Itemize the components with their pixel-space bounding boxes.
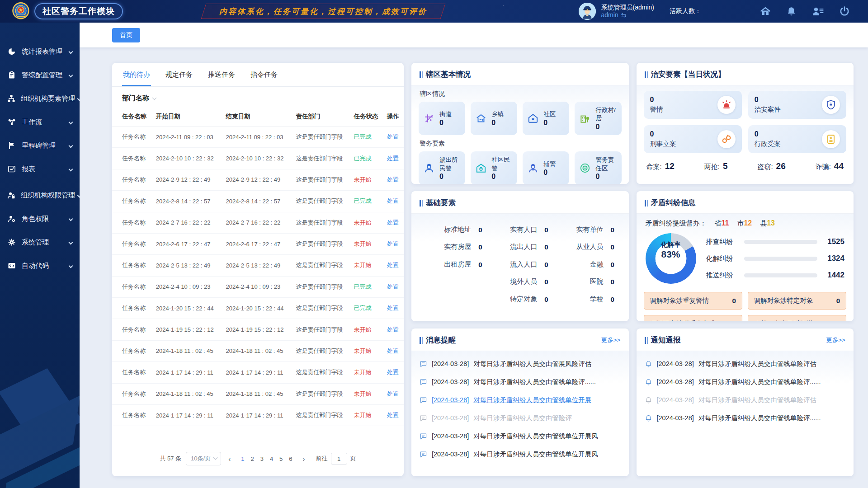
dispute-warning-button[interactable]: 八单一表未及时推送0 bbox=[748, 315, 846, 321]
handle-link[interactable]: 处置 bbox=[387, 326, 399, 333]
stat-card-alarm[interactable]: 0警情 bbox=[644, 91, 742, 119]
police-badge-logo bbox=[12, 2, 30, 20]
page-number[interactable]: 4 bbox=[267, 455, 276, 463]
dispute-bar: 化解纠纷 1324 bbox=[706, 254, 845, 263]
tab-regular-task[interactable]: 规定任务 bbox=[165, 63, 193, 86]
notice-item[interactable]: [2024-03-28]对每日涉矛盾纠纷人员交由管线单险评估 bbox=[639, 391, 851, 409]
page-number[interactable]: 1 bbox=[238, 455, 247, 463]
sidebar-item-report[interactable]: 报表 bbox=[0, 157, 80, 181]
stat-card-police-area[interactable]: 警务责任区0 bbox=[575, 151, 621, 184]
middle-column: 辖区基本情况 辖区情况 街道0 乡镇0 社区0 bbox=[411, 63, 629, 476]
message-item[interactable]: [2024-03-28]对每日涉矛盾纠纷人员交由管线单位开展 bbox=[414, 391, 626, 409]
handle-link[interactable]: 处置 bbox=[387, 155, 399, 162]
page-size-select[interactable]: 10条/页 bbox=[186, 452, 221, 465]
handle-link[interactable]: 处置 bbox=[387, 369, 399, 375]
message-item[interactable]: [2024-03-28]对每日涉矛盾纠纷人员交由管险评 bbox=[414, 409, 626, 427]
basic-stat: 医院0 bbox=[555, 273, 617, 291]
stat-card-criminal-case[interactable]: 0刑事立案 bbox=[644, 125, 742, 153]
message-item[interactable]: [2024-03-28]对每日涉矛盾纠纷人员交由管展风险评估 bbox=[414, 355, 626, 373]
basic-stat: 特定对象0 bbox=[489, 291, 551, 308]
notice-item[interactable]: [2024-03-28]对每日涉矛盾纠纷人员交由管线单险评估 bbox=[639, 355, 851, 373]
task-dept: 这是责任部门字段 bbox=[293, 404, 351, 426]
sidebar-item-org-permission[interactable]: 组织机构权限管理 bbox=[0, 183, 80, 207]
handle-link[interactable]: 处置 bbox=[387, 412, 399, 418]
dept-filter-label[interactable]: 部门名称 bbox=[122, 94, 149, 103]
main-content: 我的待办 规定任务 推送任务 指令任务 部门名称 任务名称 开始日期 结束日期 … bbox=[80, 47, 868, 488]
sidebar-item-org-elements[interactable]: 组织机构要素管理 bbox=[0, 87, 80, 110]
username[interactable]: admin bbox=[601, 11, 618, 19]
task-end: 2024-1-20 15 : 22 : 44 bbox=[223, 298, 293, 319]
stat-card-public-security-case[interactable]: 0治安案件 bbox=[748, 91, 846, 119]
dispute-warning-button[interactable]: 调解对象涉重复警情0 bbox=[644, 292, 742, 310]
pagination: 共 57 条 10条/页 ‹ 123456 › 前往 页 bbox=[112, 443, 404, 476]
more-link[interactable]: 更多>> bbox=[826, 336, 845, 344]
stat-card-town[interactable]: 乡镇0 bbox=[471, 102, 517, 135]
officer-avatar[interactable] bbox=[579, 3, 596, 20]
handle-link[interactable]: 处置 bbox=[387, 262, 399, 268]
home-tab[interactable]: 首页 bbox=[112, 28, 140, 42]
next-page-button[interactable]: › bbox=[300, 455, 308, 463]
sidebar-item-police-config[interactable]: 警综配置管理 bbox=[0, 63, 80, 87]
handle-link[interactable]: 处置 bbox=[387, 133, 399, 140]
dispute-bar: 排查纠纷 1525 bbox=[706, 237, 845, 246]
contacts-icon[interactable] bbox=[812, 6, 824, 17]
sidebar-item-auto-code[interactable]: 自动代码 bbox=[0, 254, 80, 277]
status-badge: 未开始 bbox=[354, 262, 372, 268]
power-icon[interactable] bbox=[839, 6, 850, 17]
stat-card-street[interactable]: 街道0 bbox=[419, 102, 465, 135]
switch-user-icon[interactable]: ⇆ bbox=[621, 11, 627, 19]
bell-icon[interactable] bbox=[786, 6, 797, 17]
stat-card-community[interactable]: 社区0 bbox=[523, 102, 569, 135]
notice-item[interactable]: [2024-03-28]对每日涉矛盾纠纷人员交由管线单险评...... bbox=[639, 373, 851, 391]
page-number[interactable]: 6 bbox=[286, 455, 295, 463]
sidebar-item-system[interactable]: 系统管理 bbox=[0, 230, 80, 254]
message-item[interactable]: [2024-03-28]对每日涉矛盾纠纷人员交由管线单位开展风 bbox=[414, 427, 626, 445]
handle-link[interactable]: 处置 bbox=[387, 390, 399, 397]
task-end: 2024-1-18 11 : 02 : 45 bbox=[223, 340, 293, 361]
message-item[interactable]: [2024-03-28]对每日涉矛盾纠纷人员交由管线单位开展风 bbox=[414, 445, 626, 463]
sidebar-item-milestone[interactable]: 里程碑管理 bbox=[0, 134, 80, 157]
stat-card-village[interactable]: 行政村/居0 bbox=[575, 102, 621, 135]
tab-push-task[interactable]: 推送任务 bbox=[207, 63, 236, 86]
tab-strip: 首页 bbox=[80, 23, 868, 47]
handcuffs-icon bbox=[717, 130, 736, 148]
handle-link[interactable]: 处置 bbox=[387, 219, 399, 226]
sidebar-item-role-permission[interactable]: 角色权限 bbox=[0, 207, 80, 230]
stat-card-station-officer[interactable]: 派出所民警0 bbox=[419, 151, 465, 184]
dispute-warning-button[interactable]: 调解对象涉特定对象0 bbox=[748, 292, 846, 310]
handle-link[interactable]: 处置 bbox=[387, 283, 399, 290]
goto-page-input[interactable] bbox=[331, 453, 347, 465]
stat-card-administrative-case[interactable]: 0行政受案 bbox=[748, 125, 846, 153]
tab-my-todo[interactable]: 我的待办 bbox=[122, 63, 151, 86]
home-icon[interactable] bbox=[760, 6, 771, 17]
handle-link[interactable]: 处置 bbox=[387, 347, 399, 354]
page-number[interactable]: 2 bbox=[247, 455, 257, 463]
chevron-down-icon bbox=[69, 167, 73, 171]
prev-page-button[interactable]: ‹ bbox=[226, 455, 233, 463]
chevron-down-icon[interactable] bbox=[152, 95, 157, 100]
stat-card-community-officer[interactable]: 社区民警0 bbox=[471, 151, 517, 184]
task-start: 2024-1-17 14 : 29 : 11 bbox=[153, 362, 223, 383]
task-start: 2024-1-19 15 : 22 : 12 bbox=[153, 319, 223, 340]
handle-link[interactable]: 处置 bbox=[387, 176, 399, 183]
tab-command-task[interactable]: 指令任务 bbox=[250, 63, 278, 86]
dispute-warning-button[interactable]: 调解双方缺联系人方式0 bbox=[644, 315, 742, 321]
message-icon bbox=[420, 450, 427, 458]
more-link[interactable]: 更多>> bbox=[601, 336, 621, 344]
table-row: 任务名称 2024-2-7 16 : 22 : 22 2024-2-7 16 :… bbox=[112, 212, 404, 233]
status-badge: 未开始 bbox=[354, 240, 372, 247]
sidebar-item-statistics-report[interactable]: 统计报表管理 bbox=[0, 40, 80, 63]
sidebar-item-workflow[interactable]: 工作流 bbox=[0, 110, 80, 134]
chevron-down-icon bbox=[69, 73, 73, 77]
sidebar-item-label: 系统管理 bbox=[22, 238, 66, 247]
stat-card-auxiliary-officer[interactable]: 辅警0 bbox=[523, 151, 569, 184]
task-start: 2024-2-5 13 : 22 : 49 bbox=[153, 255, 223, 276]
notice-item[interactable]: [2024-03-28]对每日涉矛盾纠纷人员交由管线单险评...... bbox=[639, 409, 851, 427]
handle-link[interactable]: 处置 bbox=[387, 240, 399, 247]
handle-link[interactable]: 处置 bbox=[387, 197, 399, 204]
page-number[interactable]: 5 bbox=[276, 455, 286, 463]
page-number[interactable]: 3 bbox=[257, 455, 267, 463]
message-item[interactable]: [2024-03-28]对每日涉矛盾纠纷人员交由管线单险评...... bbox=[414, 373, 626, 391]
task-name: 任务名称 bbox=[112, 404, 153, 426]
handle-link[interactable]: 处置 bbox=[387, 305, 399, 311]
